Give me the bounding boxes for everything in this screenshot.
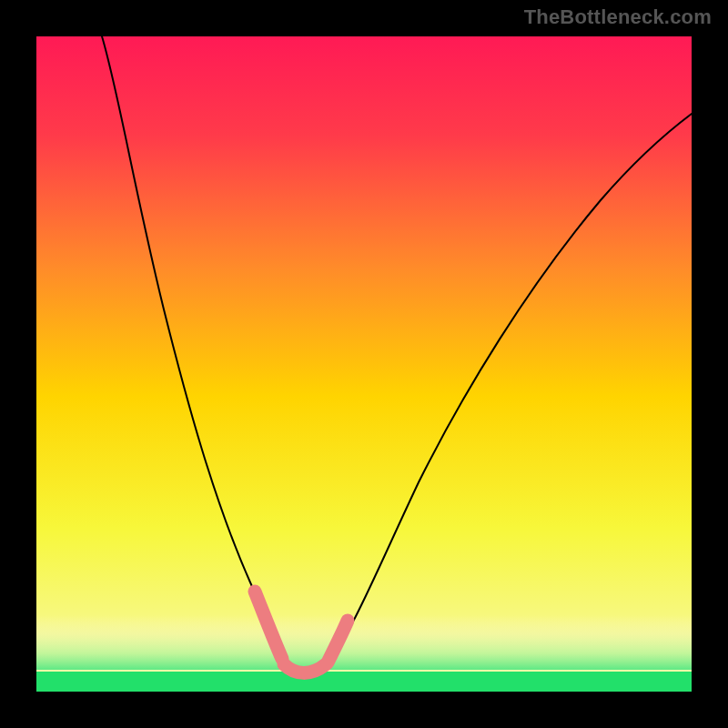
chart-stage: TheBottleneck.com bbox=[0, 0, 728, 728]
bottleneck-chart bbox=[36, 36, 692, 692]
green-floor-band bbox=[36, 672, 692, 692]
watermark-text: TheBottleneck.com bbox=[524, 5, 712, 29]
transition-band bbox=[36, 615, 692, 670]
chart-background bbox=[36, 36, 692, 692]
